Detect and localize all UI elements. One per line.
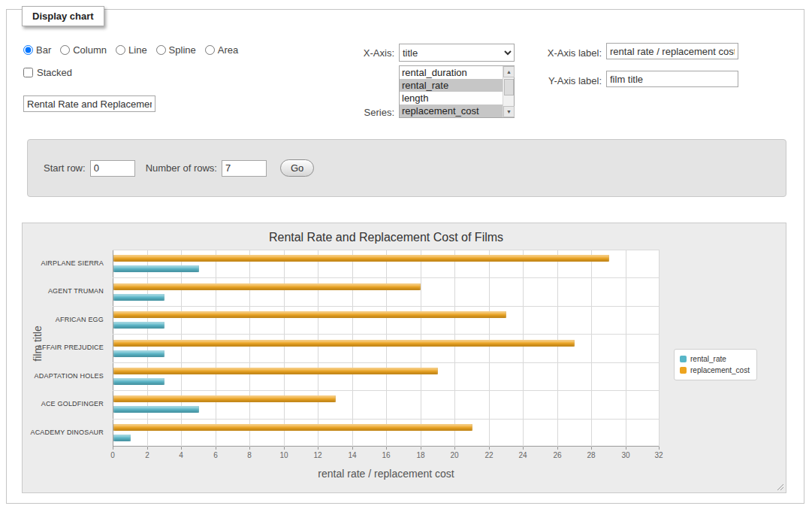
legend-label-replacement_cost: replacement_cost xyxy=(690,366,750,374)
bar-replacement_cost xyxy=(113,395,336,402)
gridline xyxy=(318,250,318,447)
legend-swatch-rental_rate xyxy=(680,356,687,362)
tick-mark xyxy=(591,447,592,450)
tick-mark xyxy=(489,447,490,450)
chart-type-line[interactable]: Line xyxy=(116,44,147,56)
tick-label: 18 xyxy=(406,451,436,459)
chart-legend: rental_ratereplacement_cost xyxy=(674,349,757,380)
tick-mark xyxy=(626,447,626,450)
chart-type-area[interactable]: Area xyxy=(205,44,238,56)
series-field-label: Series: xyxy=(322,107,394,118)
chart-type-column-label: Column xyxy=(73,44,107,56)
tick-mark xyxy=(147,447,148,450)
x-axis-label-field-label: X-Axis label: xyxy=(472,47,602,59)
chart-title-input[interactable] xyxy=(23,95,155,112)
tick-label: 10 xyxy=(269,451,299,459)
category-axis-labels: AIRPLANE SIERRAAGENT TRUMANAFRICAN EGGAF… xyxy=(23,250,107,447)
bar-replacement_cost xyxy=(113,283,421,290)
row-range-panel: Start row: Number of rows: Go xyxy=(27,139,786,197)
x-axis-label-input[interactable] xyxy=(606,43,738,59)
tick-mark xyxy=(318,447,318,450)
chart-type-area-label: Area xyxy=(218,44,238,56)
gridline xyxy=(216,250,216,447)
stacked-checkbox[interactable] xyxy=(23,68,33,77)
chart-type-spline-label: Spline xyxy=(169,44,196,56)
chart-type-bar[interactable]: Bar xyxy=(23,44,51,56)
y-axis-label-input[interactable] xyxy=(606,71,738,87)
x-axis-tick-labels: 02468101214161820222426283032 xyxy=(113,451,660,462)
category-label: AGENT TRUMAN xyxy=(23,277,104,306)
gridline xyxy=(352,250,353,447)
chart-type-bar-radio[interactable] xyxy=(23,45,33,55)
series-scrollbar: ▲ ▼ xyxy=(503,66,514,117)
tick-label: 4 xyxy=(166,451,196,459)
tick-label: 24 xyxy=(508,451,538,459)
scroll-down-icon[interactable]: ▼ xyxy=(503,106,515,117)
gridline xyxy=(489,250,490,447)
tick-label: 20 xyxy=(439,451,469,459)
gridline xyxy=(113,306,660,307)
tick-mark xyxy=(181,447,182,450)
go-button[interactable]: Go xyxy=(280,159,314,177)
value-axis-line xyxy=(113,250,113,447)
tick-mark xyxy=(454,447,455,450)
x-axis-title: rental rate / replacement cost xyxy=(113,468,660,480)
chart-type-line-radio[interactable] xyxy=(116,45,125,55)
x-axis-ticks xyxy=(113,447,660,450)
gridline xyxy=(113,250,660,250)
gridline xyxy=(284,250,285,447)
bar-replacement_cost xyxy=(113,368,438,374)
tick-label: 8 xyxy=(234,451,264,459)
legend-item-rental_rate[interactable]: rental_rate xyxy=(680,353,750,365)
number-of-rows-label: Number of rows: xyxy=(146,162,217,174)
gridline xyxy=(113,334,660,335)
tick-label: 30 xyxy=(611,451,641,459)
chart-type-column-radio[interactable] xyxy=(60,45,70,55)
gridline xyxy=(591,250,592,447)
series-option-length[interactable]: length xyxy=(400,92,503,105)
x-axis-field-label: X-Axis: xyxy=(322,47,394,59)
tick-mark xyxy=(352,447,353,450)
category-label: ADAPTATION HOLES xyxy=(23,362,104,391)
stacked-option[interactable]: Stacked xyxy=(23,67,72,78)
start-row-input[interactable] xyxy=(90,160,135,177)
tick-label: 32 xyxy=(644,451,674,459)
gridline xyxy=(523,250,524,447)
legend-item-replacement_cost[interactable]: replacement_cost xyxy=(680,365,750,376)
chart-type-options: Bar Column Line Spline Area xyxy=(23,44,238,56)
gridline xyxy=(113,390,660,391)
gridline xyxy=(147,250,148,447)
tick-mark xyxy=(216,447,216,450)
resize-handle-icon[interactable] xyxy=(776,483,783,490)
plot-area xyxy=(113,250,660,447)
series-options-list: rental_durationrental_ratelengthreplacem… xyxy=(400,66,503,117)
number-of-rows-input[interactable] xyxy=(222,160,267,177)
series-option-replacement_cost[interactable]: replacement_cost xyxy=(400,105,503,117)
gridline xyxy=(249,250,250,447)
chart-type-column[interactable]: Column xyxy=(60,44,107,56)
legend-swatch-replacement_cost xyxy=(680,367,687,374)
tick-mark xyxy=(421,447,421,450)
tick-mark xyxy=(386,447,387,450)
bar-replacement_cost xyxy=(113,311,506,318)
bar-replacement_cost xyxy=(113,255,609,262)
tick-label: 16 xyxy=(371,451,401,459)
bar-rental_rate xyxy=(113,435,131,441)
bar-rental_rate xyxy=(113,406,199,413)
tick-label: 22 xyxy=(474,451,504,459)
panel-title: Display chart xyxy=(22,6,104,26)
chart-type-line-label: Line xyxy=(128,44,147,56)
chart-type-spline[interactable]: Spline xyxy=(156,44,196,56)
chart-type-area-radio[interactable] xyxy=(205,45,215,55)
chart-type-spline-radio[interactable] xyxy=(156,45,166,55)
bar-replacement_cost xyxy=(113,340,575,347)
gridline xyxy=(626,250,626,447)
series-listbox[interactable]: rental_durationrental_ratelengthreplacem… xyxy=(399,65,515,118)
tick-mark xyxy=(249,447,250,450)
bar-rental_rate xyxy=(113,350,165,357)
tick-label: 12 xyxy=(303,451,333,459)
bar-rental_rate xyxy=(113,265,199,272)
y-axis-label-field-label: Y-Axis label: xyxy=(472,75,602,86)
tick-mark xyxy=(659,447,660,450)
gridline xyxy=(421,250,421,447)
